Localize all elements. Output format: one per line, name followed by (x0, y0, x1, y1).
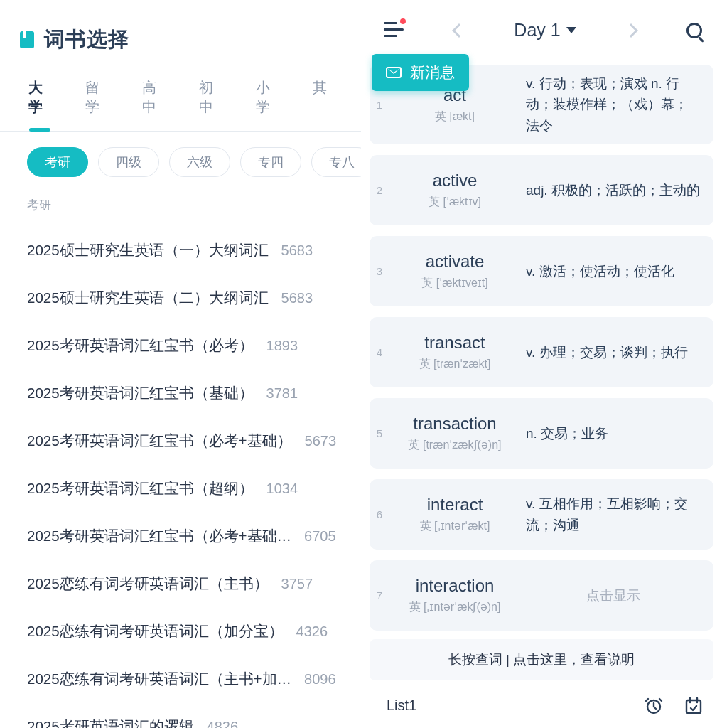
new-message-label: 新消息 (410, 63, 455, 82)
book-row[interactable]: 2025恋练有词考研英语词汇（加分宝）4326 (0, 607, 361, 655)
word-def-wrap[interactable]: v. 行动；表现；演戏 n. 行动；装模作样；（戏）幕；法令 (520, 65, 713, 144)
word-english: transact (424, 333, 485, 353)
prev-day-button[interactable] (452, 23, 466, 38)
word-card[interactable]: 3activate英 [ˈæktɪveɪt]v. 激活；使活动；使活化 (370, 236, 713, 306)
day-title: Day 1 (514, 20, 560, 41)
tab-highschool[interactable]: 高中 (142, 71, 165, 131)
day-selector[interactable]: Day 1 (514, 20, 576, 41)
book-row[interactable]: 2025考研英语词汇红宝书（基础）3781 (0, 369, 361, 417)
book-row[interactable]: 2025考研英语词汇的逻辑4826 (0, 702, 361, 728)
book-name: 2025恋练有词考研英语词汇（加分宝） (27, 607, 284, 655)
word-head: interact英 [ˌɪntərˈækt] (389, 479, 520, 550)
book-icon (20, 31, 34, 48)
word-definition: v. 互相作用；互相影响；交流；沟通 (526, 493, 701, 535)
tab-other[interactable]: 其 (313, 71, 327, 131)
word-index: 7 (370, 560, 389, 631)
word-index: 2 (370, 155, 389, 225)
svg-rect-1 (686, 700, 701, 713)
book-row[interactable]: 2025考研英语词汇红宝书（超纲）1034 (0, 464, 361, 512)
word-english: interact (427, 495, 483, 515)
tab-primary[interactable]: 小学 (256, 71, 279, 131)
word-card[interactable]: 5transaction英 [trænˈzækʃ(ə)n]n. 交易；业务 (370, 398, 713, 469)
book-name: 2025考研英语词汇红宝书（必考） (27, 321, 254, 369)
word-phonetic: 英 [ˌɪntərˈækt] (420, 519, 490, 534)
word-english: transaction (413, 414, 496, 434)
word-card[interactable]: 6interact英 [ˌɪntərˈækt]v. 互相作用；互相影响；交流；沟… (370, 479, 713, 550)
word-definition: v. 行动；表现；演戏 n. 行动；装模作样；（戏）幕；法令 (526, 73, 701, 136)
word-phonetic: 英 [ˈæktɪv] (429, 195, 481, 210)
book-count: 5683 (281, 274, 313, 322)
hint-bar[interactable]: 长按查词 | 点击这里，查看说明 (370, 639, 713, 680)
word-index: 4 (370, 317, 389, 387)
word-phonetic: 英 [ækt] (435, 109, 475, 124)
word-def-wrap[interactable]: adj. 积极的；活跃的；主动的 (520, 155, 713, 225)
word-phonetic: 英 [trænˈzækʃ(ə)n] (408, 438, 501, 453)
word-def-wrap[interactable]: n. 交易；业务 (520, 398, 713, 469)
next-day-button[interactable] (624, 23, 638, 38)
book-list[interactable]: 2025硕士研究生英语（一）大纲词汇56832025硕士研究生英语（二）大纲词汇… (0, 226, 361, 728)
book-count: 3757 (281, 560, 313, 608)
page-title: 词书选择 (44, 26, 129, 54)
word-card[interactable]: 2active英 [ˈæktɪv]adj. 积极的；活跃的；主动的 (370, 155, 713, 225)
word-definition: v. 办理；交易；谈判；执行 (526, 342, 688, 363)
word-phonetic: 英 [ˈæktɪveɪt] (421, 276, 487, 291)
bottom-bar: List1 (361, 686, 722, 728)
book-name: 2025硕士研究生英语（一）大纲词汇 (27, 226, 269, 274)
word-phonetic: 英 [trænˈzækt] (419, 357, 491, 372)
book-row[interactable]: 2025考研英语词汇红宝书（必考+基础）5673 (0, 417, 361, 464)
word-head: interaction英 [ˌɪntərˈækʃ(ə)n] (389, 560, 520, 631)
word-card[interactable]: 7interaction英 [ˌɪntərˈækʃ(ə)n]点击显示 (370, 560, 713, 631)
left-header: 词书选择 (0, 0, 361, 71)
calendar-icon[interactable] (684, 696, 704, 716)
tab-middleschool[interactable]: 初中 (199, 71, 222, 131)
word-english: activate (426, 252, 485, 272)
word-list[interactable]: 1act英 [ækt]v. 行动；表现；演戏 n. 行动；装模作样；（戏）幕；法… (361, 65, 722, 639)
word-def-wrap[interactable]: v. 互相作用；互相影响；交流；沟通 (520, 479, 713, 550)
new-message-badge[interactable]: 新消息 (372, 54, 469, 91)
book-selection-panel: 词书选择 大学 留学 高中 初中 小学 其 考研 四级 六级 专四 专八 考研 … (0, 0, 361, 728)
book-row[interactable]: 2025硕士研究生英语（二）大纲词汇5683 (0, 274, 361, 321)
book-name: 2025考研英语词汇红宝书（基础） (27, 369, 254, 417)
word-english: interaction (416, 576, 495, 596)
book-count: 3781 (266, 370, 298, 417)
book-row[interactable]: 2025硕士研究生英语（一）大纲词汇5683 (0, 226, 361, 274)
tab-university[interactable]: 大学 (28, 71, 51, 131)
word-index: 6 (370, 479, 389, 550)
exam-pills: 考研 四级 六级 专四 专八 (0, 132, 361, 193)
word-def-wrap[interactable]: 点击显示 (520, 560, 713, 631)
book-row[interactable]: 2025考研英语词汇红宝书（必考+基础…6705 (0, 512, 361, 560)
category-tabs: 大学 留学 高中 初中 小学 其 (0, 71, 361, 132)
book-row[interactable]: 2025恋练有词考研英语词汇（主书）3757 (0, 560, 361, 607)
pill-cet6[interactable]: 六级 (169, 147, 230, 177)
list-tab[interactable]: List1 (379, 693, 424, 718)
book-count: 5683 (281, 227, 313, 274)
search-icon[interactable] (686, 23, 702, 38)
pill-kaoyan[interactable]: 考研 (27, 147, 88, 177)
book-row[interactable]: 2025考研英语词汇红宝书（必考）1893 (0, 321, 361, 369)
book-name: 2025恋练有词考研英语词汇（主书+加… (27, 655, 291, 702)
alarm-icon[interactable] (644, 696, 664, 716)
right-header: Day 1 (361, 0, 722, 55)
book-name: 2025恋练有词考研英语词汇（主书） (27, 560, 269, 607)
book-name: 2025考研英语词汇的逻辑 (27, 702, 194, 728)
book-count: 5673 (305, 417, 337, 465)
tab-abroad[interactable]: 留学 (85, 71, 108, 131)
word-def-wrap[interactable]: v. 激活；使活动；使活化 (520, 236, 713, 306)
pill-tem8[interactable]: 专八 (311, 147, 361, 177)
book-row[interactable]: 2025恋练有词考研英语词汇（主书+加…8096 (0, 655, 361, 702)
word-def-wrap[interactable]: v. 办理；交易；谈判；执行 (520, 317, 713, 387)
caret-down-icon (566, 27, 576, 33)
pill-cet4[interactable]: 四级 (98, 147, 159, 177)
word-card[interactable]: 4transact英 [trænˈzækt]v. 办理；交易；谈判；执行 (370, 317, 713, 387)
word-reveal-button[interactable]: 点击显示 (526, 585, 701, 606)
word-head: active英 [ˈæktɪv] (389, 155, 520, 225)
pill-tem4[interactable]: 专四 (240, 147, 301, 177)
word-head: transaction英 [trænˈzækʃ(ə)n] (389, 398, 520, 469)
word-list-panel: Day 1 新消息 1act英 [ækt]v. 行动；表现；演戏 n. 行动；装… (361, 0, 722, 728)
notification-dot-icon (400, 18, 406, 24)
book-name: 2025硕士研究生英语（二）大纲词汇 (27, 274, 269, 321)
menu-icon[interactable] (384, 22, 404, 39)
section-label: 考研 (0, 193, 361, 226)
word-definition: v. 激活；使活动；使活化 (526, 261, 674, 282)
word-english: active (433, 171, 478, 191)
